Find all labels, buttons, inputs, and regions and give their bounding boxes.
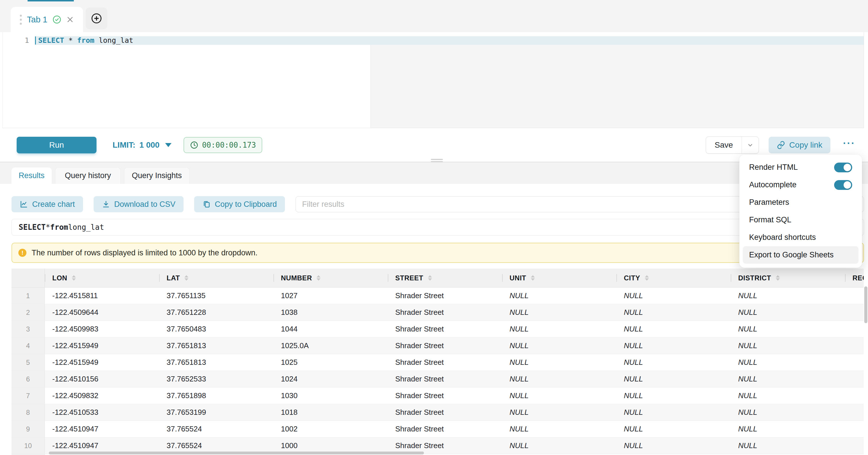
table-cell[interactable]: 37.7651813 bbox=[159, 354, 273, 370]
table-cell[interactable]: -122.4515949 bbox=[45, 337, 159, 354]
table-cell[interactable]: NULL bbox=[502, 388, 616, 404]
menu-item-render-html[interactable]: Render HTML bbox=[743, 158, 859, 176]
row-number[interactable]: 3 bbox=[11, 321, 45, 337]
table-cell[interactable]: NULL bbox=[502, 404, 616, 421]
menu-item-export-google-sheets[interactable]: Export to Google Sheets bbox=[743, 246, 859, 264]
table-cell[interactable]: NULL bbox=[502, 321, 616, 337]
table-cell[interactable]: -122.4510156 bbox=[45, 371, 159, 387]
table-cell[interactable]: Shrader Street bbox=[388, 421, 502, 437]
table-cell[interactable]: 1044 bbox=[273, 321, 388, 337]
table-cell[interactable]: NULL bbox=[616, 304, 731, 321]
tab-query-history[interactable]: Query history bbox=[55, 167, 121, 184]
row-number[interactable]: 1 bbox=[11, 287, 45, 304]
table-cell[interactable]: NULL bbox=[731, 388, 845, 404]
save-options-button[interactable] bbox=[742, 137, 758, 153]
row-number[interactable]: 5 bbox=[11, 354, 45, 370]
column-header-number[interactable]: NUMBER bbox=[273, 269, 388, 287]
table-cell[interactable]: NULL bbox=[502, 304, 616, 321]
table-cell[interactable]: NULL bbox=[502, 287, 616, 304]
table-cell[interactable]: Shrader Street bbox=[388, 321, 502, 337]
tab-query-insights[interactable]: Query Insights bbox=[124, 167, 190, 184]
row-number[interactable]: 6 bbox=[11, 371, 45, 387]
table-cell[interactable]: 37.7652533 bbox=[159, 371, 273, 387]
vertical-scrollbar-thumb[interactable] bbox=[864, 286, 867, 323]
table-cell[interactable]: 37.7651135 bbox=[159, 287, 273, 304]
limit-dropdown[interactable]: LIMIT: 1 000 bbox=[113, 141, 172, 150]
copy-link-button[interactable]: Copy link bbox=[769, 137, 830, 153]
column-header-lat[interactable]: LAT bbox=[159, 269, 273, 287]
create-chart-button[interactable]: Create chart bbox=[11, 196, 83, 212]
sql-editor[interactable]: 1 SELECT * from long_lat bbox=[2, 32, 864, 128]
table-cell[interactable]: NULL bbox=[616, 354, 731, 370]
table-cell[interactable]: NULL bbox=[731, 421, 845, 437]
table-cell[interactable]: -122.4515811 bbox=[45, 287, 159, 304]
table-cell[interactable]: -122.4515949 bbox=[45, 354, 159, 370]
table-cell[interactable]: NULL bbox=[731, 437, 845, 454]
table-cell[interactable]: NULL bbox=[731, 287, 845, 304]
table-cell[interactable]: Shrader Street bbox=[388, 354, 502, 370]
table-cell[interactable]: Shrader Street bbox=[388, 371, 502, 387]
close-tab-icon[interactable] bbox=[66, 16, 74, 23]
render-html-toggle[interactable] bbox=[834, 162, 852, 172]
table-cell[interactable]: Shrader Street bbox=[388, 337, 502, 354]
table-cell[interactable]: NULL bbox=[616, 388, 731, 404]
table-cell[interactable]: 1024 bbox=[273, 371, 388, 387]
table-cell[interactable]: NULL bbox=[502, 337, 616, 354]
table-cell[interactable]: Shrader Street bbox=[388, 287, 502, 304]
column-header-district[interactable]: DISTRICT bbox=[731, 269, 845, 287]
table-cell[interactable]: 1018 bbox=[273, 404, 388, 421]
table-cell[interactable]: -122.4510947 bbox=[45, 421, 159, 437]
tab-results[interactable]: Results bbox=[11, 168, 52, 184]
row-number[interactable]: 2 bbox=[11, 304, 45, 321]
table-cell[interactable]: Shrader Street bbox=[388, 388, 502, 404]
row-number[interactable]: 9 bbox=[11, 421, 45, 437]
column-header-city[interactable]: CITY bbox=[616, 269, 731, 287]
table-cell[interactable]: 37.7651813 bbox=[159, 337, 273, 354]
table-cell[interactable]: 37.765524 bbox=[159, 421, 273, 437]
drag-handle-icon[interactable] bbox=[20, 14, 22, 25]
save-button[interactable]: Save bbox=[706, 137, 742, 153]
table-cell[interactable]: Shrader Street bbox=[388, 304, 502, 321]
add-tab-button[interactable] bbox=[86, 7, 107, 29]
table-cell[interactable]: 37.7651228 bbox=[159, 304, 273, 321]
column-header-unit[interactable]: UNIT bbox=[502, 269, 616, 287]
download-csv-button[interactable]: Download to CSV bbox=[94, 196, 184, 212]
table-cell[interactable]: NULL bbox=[731, 321, 845, 337]
horizontal-scrollbar-thumb[interactable] bbox=[49, 452, 424, 454]
table-cell[interactable]: NULL bbox=[731, 371, 845, 387]
table-cell[interactable]: NULL bbox=[502, 437, 616, 454]
table-cell[interactable]: NULL bbox=[502, 371, 616, 387]
table-cell[interactable]: 1030 bbox=[273, 388, 388, 404]
table-cell[interactable]: -122.4510533 bbox=[45, 404, 159, 421]
table-cell[interactable]: -122.4509983 bbox=[45, 321, 159, 337]
column-header-street[interactable]: STREET bbox=[388, 269, 502, 287]
pane-resize-handle[interactable] bbox=[431, 159, 443, 163]
table-cell[interactable]: NULL bbox=[731, 304, 845, 321]
table-cell[interactable]: NULL bbox=[502, 354, 616, 370]
table-cell[interactable]: 37.7651898 bbox=[159, 388, 273, 404]
table-cell[interactable]: NULL bbox=[502, 421, 616, 437]
table-cell[interactable]: 1027 bbox=[273, 287, 388, 304]
sql-code-line[interactable]: SELECT * from long_lat bbox=[38, 36, 133, 45]
menu-item-keyboard-shortcuts[interactable]: Keyboard shortcuts bbox=[743, 229, 859, 246]
table-cell[interactable]: 1002 bbox=[273, 421, 388, 437]
autocomplete-toggle[interactable] bbox=[834, 180, 852, 190]
menu-item-parameters[interactable]: Parameters bbox=[743, 193, 859, 211]
table-cell[interactable]: NULL bbox=[616, 321, 731, 337]
table-cell[interactable]: 37.7650483 bbox=[159, 321, 273, 337]
copy-clipboard-button[interactable]: Copy to Clipboard bbox=[194, 196, 285, 212]
menu-item-autocomplete[interactable]: Autocomplete bbox=[743, 176, 859, 193]
table-cell[interactable]: NULL bbox=[616, 437, 731, 454]
row-number[interactable]: 8 bbox=[11, 404, 45, 421]
row-number[interactable]: 4 bbox=[11, 337, 45, 354]
table-cell[interactable]: NULL bbox=[616, 404, 731, 421]
row-number[interactable]: 10 bbox=[11, 437, 45, 454]
row-number[interactable]: 7 bbox=[11, 388, 45, 404]
table-cell[interactable]: NULL bbox=[731, 404, 845, 421]
menu-item-format-sql[interactable]: Format SQL bbox=[743, 211, 859, 229]
table-cell[interactable]: 1025 bbox=[273, 354, 388, 370]
table-cell[interactable]: NULL bbox=[731, 354, 845, 370]
table-cell[interactable]: NULL bbox=[616, 337, 731, 354]
table-cell[interactable]: 1025.0A bbox=[273, 337, 388, 354]
column-header-lon[interactable]: LON bbox=[45, 269, 159, 287]
